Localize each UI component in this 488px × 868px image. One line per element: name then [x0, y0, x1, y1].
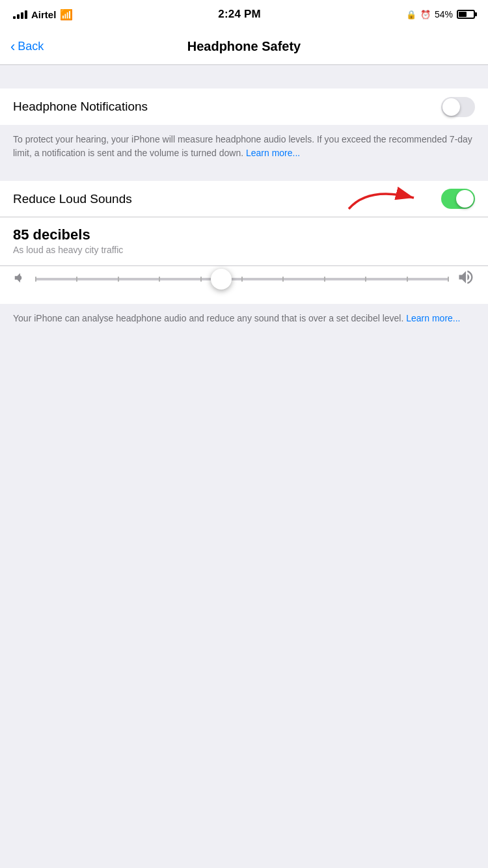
reduce-loud-sounds-section: Reduce Loud Sounds 85 dec	[0, 181, 488, 304]
headphone-notifications-section: Headphone Notifications	[0, 88, 488, 125]
status-left: Airtel 📶	[13, 8, 73, 21]
back-button[interactable]: ‹ Back	[10, 40, 44, 54]
footer-description: Your iPhone can analyse headphone audio …	[0, 304, 488, 336]
battery-level	[459, 12, 467, 17]
reduce-loud-sounds-row: Reduce Loud Sounds	[0, 181, 488, 217]
red-arrow-annotation	[342, 180, 446, 219]
toggle-arrow-wrapper	[441, 189, 475, 209]
decibel-block: 85 decibels As loud as heavy city traffi…	[0, 217, 488, 266]
footer-description-text: Your iPhone can analyse headphone audio …	[13, 312, 475, 325]
status-time: 2:24 PM	[218, 8, 261, 21]
learn-more-link-2[interactable]: Learn more...	[406, 313, 460, 323]
volume-high-icon	[457, 268, 475, 290]
section-spacer-1	[0, 65, 488, 88]
decibel-description: As loud as heavy city traffic	[13, 245, 475, 255]
section-spacer-2	[0, 170, 488, 181]
status-right: 🔒 ⏰ 54%	[406, 9, 475, 20]
volume-low-icon	[13, 271, 27, 288]
carrier-label: Airtel	[31, 9, 56, 20]
battery-icon	[457, 10, 475, 19]
headphone-notifications-row: Headphone Notifications	[0, 88, 488, 125]
headphone-notifications-toggle[interactable]	[441, 97, 475, 117]
signal-icon	[13, 10, 27, 19]
headphone-notifications-description: To protect your hearing, your iPhone wil…	[0, 125, 488, 170]
chevron-left-icon: ‹	[10, 40, 15, 54]
toggle-knob	[442, 98, 460, 116]
headphone-notifications-label: Headphone Notifications	[13, 100, 148, 114]
back-label: Back	[18, 40, 44, 53]
learn-more-link-1[interactable]: Learn more...	[246, 148, 300, 158]
battery-percent: 54%	[435, 9, 453, 20]
wifi-icon: 📶	[60, 8, 73, 21]
reduce-loud-sounds-label: Reduce Loud Sounds	[13, 192, 132, 206]
page-title: Headphone Safety	[187, 39, 301, 54]
slider-track	[35, 278, 449, 280]
content: Headphone Notifications To protect your …	[0, 65, 488, 336]
reduce-loud-sounds-toggle[interactable]	[441, 189, 475, 209]
decibel-value: 85 decibels	[13, 226, 475, 243]
lock-icon: 🔒	[406, 10, 416, 20]
slider-track-wrapper	[35, 266, 449, 292]
nav-bar: ‹ Back Headphone Safety	[0, 29, 488, 65]
alarm-icon: ⏰	[420, 10, 431, 20]
volume-slider-container	[0, 266, 488, 304]
status-bar: Airtel 📶 2:24 PM 🔒 ⏰ 54%	[0, 0, 488, 29]
reduce-toggle-knob	[456, 190, 474, 208]
slider-thumb[interactable]	[211, 269, 232, 290]
description-text-1: To protect your hearing, your iPhone wil…	[13, 133, 475, 160]
